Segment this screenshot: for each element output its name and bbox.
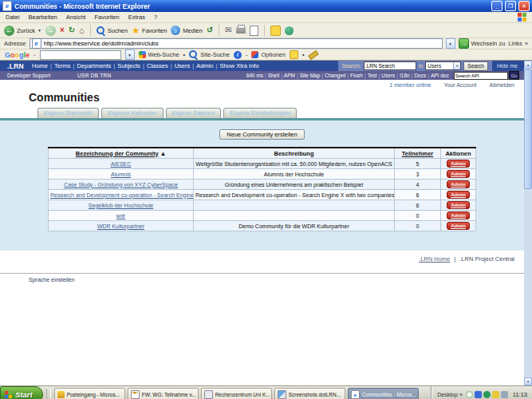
set-language-link[interactable]: Sprache einstellen — [29, 277, 75, 282]
web-search-button[interactable]: Web-Suche — [139, 51, 179, 58]
nav-subjects[interactable]: Subjects — [117, 62, 140, 69]
menu-extras[interactable]: Extras — [128, 14, 145, 21]
dev-test[interactable]: Test — [368, 73, 377, 78]
google-search-input[interactable] — [41, 52, 120, 57]
task-communities-active[interactable]: e Communities - Micros... — [348, 388, 419, 399]
tray-antivirus-icon[interactable] — [483, 391, 491, 398]
community-link[interactable]: Research and Development co-operation - … — [50, 192, 194, 198]
dev-api-doc[interactable]: API doc — [431, 73, 449, 78]
nav-classes[interactable]: Classes — [147, 62, 168, 69]
hide-me-link[interactable]: Hide me — [492, 63, 524, 69]
task-posteingang[interactable]: Posteingang - Micros... — [54, 388, 125, 399]
tray-monitor-icon[interactable] — [501, 391, 508, 398]
members-online[interactable]: 1 member online — [389, 82, 431, 88]
community-link[interactable]: Alumnis — [111, 172, 131, 177]
tray-network-icon[interactable] — [475, 391, 482, 398]
dev-apm[interactable]: APM — [284, 73, 295, 78]
nav-home[interactable]: Home — [32, 62, 48, 69]
forward-button[interactable]: → — [45, 26, 56, 36]
scrollbar-thumb[interactable] — [524, 69, 532, 189]
scroll-down-icon[interactable]: ▼ — [524, 377, 532, 385]
developer-flags[interactable]: USR DB TRN — [77, 73, 127, 78]
minimize-button[interactable]: _ — [491, 1, 502, 11]
search-scope-select[interactable]: Users ▼ — [425, 61, 461, 70]
admin-button[interactable]: Admin — [447, 201, 470, 209]
dev-i18n[interactable]: I18n — [400, 73, 410, 78]
google-dropdown-icon[interactable]: ▼ — [125, 49, 135, 60]
search-button[interactable]: Suchen — [97, 26, 128, 35]
discuss-icon[interactable] — [270, 26, 281, 36]
start-button[interactable]: Start — [0, 386, 43, 399]
community-link[interactable]: Segelklub der Hochschule — [89, 203, 153, 208]
taskbar-clock[interactable]: 11:13 — [511, 391, 527, 398]
home-icon[interactable]: ⌂ — [79, 26, 85, 35]
tab-eigener-kalender[interactable]: Eigener Kalender — [101, 108, 164, 118]
menu-datei[interactable]: Datei — [6, 14, 20, 21]
history-icon[interactable]: ↺ — [207, 26, 213, 34]
community-link[interactable]: WDR Kulturpartner — [97, 223, 144, 229]
task-rechenzentrum[interactable]: Rechenzentrum Uni K... — [201, 388, 272, 399]
tab-eigene-einstellungen[interactable]: Eigene Einstellungen — [223, 108, 297, 118]
admin-button[interactable]: Admin — [447, 170, 470, 178]
admin-button[interactable]: Admin — [447, 191, 470, 199]
admin-button[interactable]: Admin — [447, 180, 470, 188]
community-link[interactable]: wdr — [116, 213, 125, 219]
dev-docs[interactable]: Docs — [414, 73, 426, 78]
favorites-button[interactable]: ★ Favoriten — [132, 26, 167, 36]
page-info-icon[interactable]: i — [234, 51, 242, 59]
lrn-search-button[interactable]: Search — [463, 61, 488, 71]
address-input[interactable] — [44, 40, 440, 47]
dev-changed[interactable]: Changed — [325, 73, 345, 78]
admin-button[interactable]: Admin — [447, 222, 470, 230]
print-icon[interactable] — [236, 27, 246, 34]
refresh-icon[interactable]: ↻ — [69, 26, 75, 34]
options-button[interactable]: Optionen — [251, 51, 285, 58]
tab-eigene-dateien[interactable]: Eigene Dateien — [166, 108, 222, 118]
popup-blocker-icon[interactable] — [290, 50, 298, 59]
back-button[interactable]: ← Zurück ▼ — [4, 26, 41, 36]
restore-button[interactable]: ❐ — [505, 1, 516, 11]
tray-clock-icon[interactable] — [466, 391, 473, 398]
vertical-scrollbar[interactable]: ▲ ▼ — [524, 61, 532, 385]
search-api-go-button[interactable]: Go — [509, 71, 519, 80]
nav-terms[interactable]: Terms — [54, 62, 70, 69]
nav-admin[interactable]: Admin — [196, 62, 213, 69]
new-community-button[interactable]: Neue Community erstellen — [219, 129, 304, 140]
header-members-label[interactable]: Teilnehmer — [402, 150, 433, 157]
scrollbar-track[interactable] — [524, 189, 532, 377]
scroll-up-icon[interactable]: ▲ — [524, 61, 532, 69]
nav-departments[interactable]: Departments — [77, 62, 111, 69]
admin-button[interactable]: Admin — [447, 160, 470, 168]
search-api-input[interactable] — [455, 73, 507, 79]
menu-favoriten[interactable]: Favoriten — [94, 14, 119, 21]
task-screenshots[interactable]: Screenshots dotLRN... — [274, 388, 345, 399]
nav-show-xtra-info[interactable]: Show Xtra Info — [219, 62, 258, 69]
nav-users[interactable]: Users — [175, 62, 191, 69]
dev-site-map[interactable]: Site Map — [300, 73, 321, 78]
menu-help[interactable]: ? — [154, 14, 157, 21]
edit-icon[interactable] — [250, 26, 258, 36]
dev-640ms[interactable]: 640 ms — [246, 73, 263, 78]
header-name-label[interactable]: Bezeichnung der Community — [76, 150, 159, 157]
site-search-button[interactable]: Site-Suche — [189, 50, 230, 59]
community-link[interactable]: AIESEC — [111, 161, 132, 167]
tab-eigene-startseite[interactable]: Eigene Startseite — [37, 108, 99, 118]
dev-shell[interactable]: Shell — [268, 73, 279, 78]
close-button[interactable]: × — [518, 1, 530, 11]
dev-users[interactable]: Users — [381, 73, 395, 78]
messenger-icon[interactable] — [285, 26, 294, 35]
community-link[interactable]: Case Study - Gründung von XYZ CyberSpace — [64, 182, 178, 188]
logout-link[interactable]: Abmelden — [489, 82, 514, 88]
your-account-link[interactable]: Your Account — [443, 82, 476, 88]
lrn-project-central-link[interactable]: .LRN Project Central — [459, 255, 514, 263]
admin-button[interactable]: Admin — [447, 211, 470, 219]
menu-bearbeiten[interactable]: Bearbeiten — [29, 14, 57, 21]
lrn-home-link[interactable]: .LRN Home — [419, 255, 450, 263]
highlighter-icon[interactable] — [308, 50, 318, 60]
links-menu[interactable]: Links » — [508, 40, 528, 47]
header-members[interactable]: Teilnehmer — [395, 148, 441, 159]
menu-ansicht[interactable]: Ansicht — [66, 14, 86, 21]
desktop-toolbar[interactable]: Desktop » — [437, 392, 463, 397]
task-fw-wg-teilnahme[interactable]: FW: WG: Teilnahme v... — [128, 388, 199, 399]
tray-volume-icon[interactable] — [492, 391, 499, 398]
